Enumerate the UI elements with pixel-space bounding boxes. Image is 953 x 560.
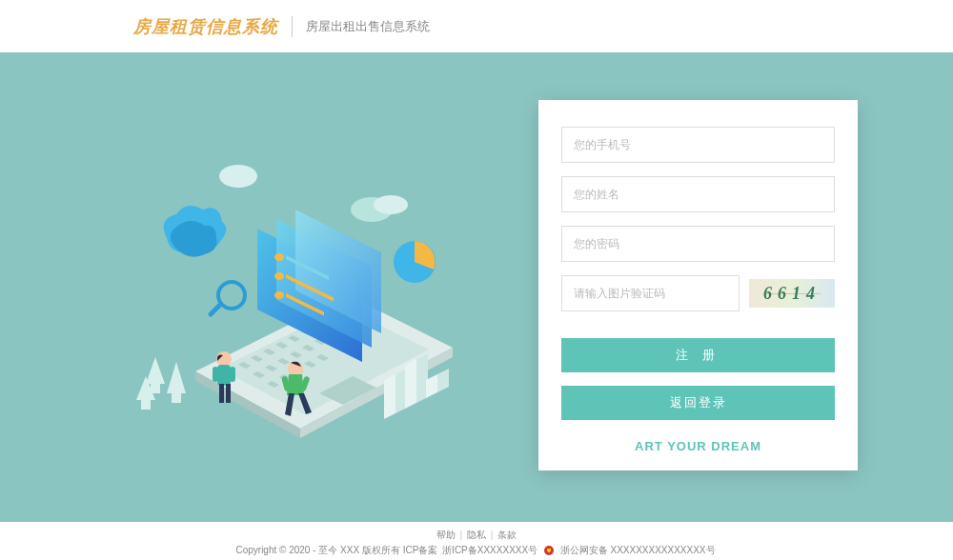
logo-title: 房屋租赁信息系统 <box>133 15 278 38</box>
footer-sep: | <box>460 530 463 540</box>
svg-rect-16 <box>213 367 218 382</box>
help-link[interactable]: 帮助 <box>436 530 456 540</box>
svg-point-4 <box>274 253 284 261</box>
copyright-text: Copyright © 2020 - 至今 XXX 版权所有 ICP备案 <box>235 545 440 555</box>
svg-line-11 <box>211 305 220 314</box>
svg-point-8 <box>274 291 284 299</box>
police-link[interactable]: 浙公网安备 XXXXXXXXXXXXXXX号 <box>560 545 716 555</box>
header-subtitle: 房屋出租出售信息系统 <box>306 18 430 35</box>
footer-links: 帮助 | 隐私 | 条款 <box>0 528 953 543</box>
captcha-row: 6614 <box>561 275 835 311</box>
password-input[interactable] <box>561 226 835 262</box>
header-divider <box>292 16 293 37</box>
terms-link[interactable]: 条款 <box>497 530 517 540</box>
hero-illustration <box>129 148 481 452</box>
footer: 帮助 | 隐私 | 条款 Copyright © 2020 - 至今 XXX 版… <box>0 522 953 560</box>
footer-sep: | <box>491 530 494 540</box>
register-button[interactable]: 注 册 <box>561 338 835 372</box>
svg-point-6 <box>274 272 284 280</box>
svg-rect-17 <box>230 367 235 382</box>
captcha-image[interactable]: 6614 <box>749 279 835 308</box>
header-bar: 房屋租赁信息系统 房屋出租出售信息系统 <box>0 0 953 52</box>
name-input[interactable] <box>561 176 835 212</box>
register-card: 6614 注 册 返回登录 ART YOUR DREAM <box>538 100 858 470</box>
footer-copyright: Copyright © 2020 - 至今 XXX 版权所有 ICP备案 浙IC… <box>0 543 953 558</box>
icp-link[interactable]: 浙ICP备XXXXXXXX号 <box>442 545 537 555</box>
back-to-login-button[interactable]: 返回登录 <box>561 386 835 420</box>
slogan-text: ART YOUR DREAM <box>561 439 835 453</box>
captcha-input[interactable] <box>561 275 740 311</box>
svg-rect-15 <box>226 384 231 403</box>
police-badge-icon <box>544 546 554 555</box>
main-content: 6614 注 册 返回登录 ART YOUR DREAM <box>0 52 953 522</box>
svg-point-2 <box>374 195 408 214</box>
svg-rect-14 <box>219 384 224 403</box>
svg-point-0 <box>219 165 257 188</box>
privacy-link[interactable]: 隐私 <box>467 530 486 540</box>
phone-input[interactable] <box>561 127 835 163</box>
svg-rect-13 <box>217 365 231 386</box>
